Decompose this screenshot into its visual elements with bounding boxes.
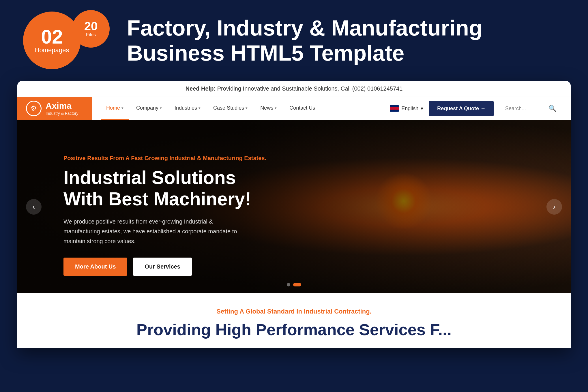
nav-case-label: Case Studies bbox=[213, 105, 244, 111]
teaser-title: Providing High Performance Services F... bbox=[63, 320, 525, 339]
badge-small-label: Files bbox=[86, 32, 96, 37]
more-about-us-button[interactable]: More About Us bbox=[63, 258, 127, 276]
logo-gear-icon: ⚙ bbox=[31, 104, 37, 112]
nav-home-chevron: ▾ bbox=[121, 106, 123, 110]
carousel-dots bbox=[287, 283, 301, 286]
nav-industries-chevron: ▾ bbox=[199, 106, 201, 110]
search-area[interactable]: 🔍 bbox=[499, 105, 562, 112]
nav-case-chevron: ▾ bbox=[246, 106, 248, 110]
promo-title-line2: Business HTML5 Template bbox=[127, 41, 404, 65]
carousel-dot-2[interactable] bbox=[293, 283, 301, 286]
language-label: English bbox=[401, 106, 418, 112]
help-label: Need Help: bbox=[186, 85, 216, 92]
carousel-next-button[interactable]: › bbox=[546, 199, 562, 215]
logo-name: Axima bbox=[46, 101, 78, 111]
nav-item-company[interactable]: Company ▾ bbox=[131, 97, 167, 120]
quote-button[interactable]: Request A Quote → bbox=[429, 101, 494, 116]
hero-description: We produce positive results from ever-gr… bbox=[63, 217, 242, 246]
badge-main-num: 02 bbox=[41, 27, 63, 46]
nav-item-industries[interactable]: Industries ▾ bbox=[169, 97, 206, 120]
search-input[interactable] bbox=[505, 106, 546, 112]
flag-icon bbox=[390, 105, 399, 112]
logo-icon: ⚙ bbox=[26, 101, 42, 116]
badge-main-label: Homepages bbox=[35, 46, 69, 54]
promo-title-line1: Factory, Industry & Manufacturing bbox=[127, 16, 482, 40]
carousel-dot-1[interactable] bbox=[287, 283, 290, 286]
nav-menu: Home ▾ Company ▾ Industries ▾ Case Studi… bbox=[92, 97, 381, 120]
logo-text: Axima Industry & Factory bbox=[46, 101, 78, 116]
nav-wrapper: ⚙ Axima Industry & Factory Home ▾ Compan… bbox=[17, 97, 571, 120]
language-selector[interactable]: English ▾ bbox=[390, 105, 423, 112]
nav-company-chevron: ▾ bbox=[160, 106, 162, 110]
hero-title: Industrial Solutions With Best Machinery… bbox=[63, 167, 266, 210]
nav-item-news[interactable]: News ▾ bbox=[255, 97, 282, 120]
logo-area[interactable]: ⚙ Axima Industry & Factory bbox=[17, 97, 92, 120]
badge-main: 02 Homepages bbox=[23, 12, 81, 69]
bottom-teaser: Setting A Global Standard In Industrial … bbox=[17, 293, 571, 348]
nav-news-label: News bbox=[260, 105, 273, 111]
help-text: Providing Innovative and Sustainable Sol… bbox=[217, 85, 403, 92]
badge-container: 02 Homepages 20 Files bbox=[23, 12, 110, 69]
nav-industries-label: Industries bbox=[175, 105, 197, 111]
teaser-eyebrow: Setting A Global Standard In Industrial … bbox=[63, 308, 525, 315]
nav-item-home[interactable]: Home ▾ bbox=[101, 97, 129, 120]
hero-section: ‹ › Positive Results From A Fast Growing… bbox=[17, 120, 571, 293]
nav-contact-label: Contact Us bbox=[289, 105, 315, 111]
hero-buttons: More About Us Our Services bbox=[63, 258, 266, 276]
promo-area: 02 Homepages 20 Files Factory, Industry … bbox=[0, 0, 588, 81]
lang-chevron: ▾ bbox=[421, 105, 423, 112]
hero-content: Positive Results From A Fast Growing Ind… bbox=[63, 155, 266, 276]
hero-title-line1: Industrial Solutions bbox=[63, 167, 236, 188]
nav-home-label: Home bbox=[106, 105, 120, 111]
quote-btn-label: Request A Quote → bbox=[437, 106, 486, 112]
search-icon[interactable]: 🔍 bbox=[548, 105, 556, 112]
nav-right: English ▾ Request A Quote → 🔍 bbox=[381, 97, 571, 120]
nav-item-contact[interactable]: Contact Us bbox=[284, 97, 320, 120]
nav-item-case-studies[interactable]: Case Studies ▾ bbox=[208, 97, 253, 120]
logo-sub: Industry & Factory bbox=[46, 111, 78, 116]
browser-window: Need Help: Providing Innovative and Sust… bbox=[17, 81, 571, 348]
nav-news-chevron: ▾ bbox=[275, 106, 277, 110]
promo-title: Factory, Industry & Manufacturing Busine… bbox=[127, 15, 482, 66]
hero-eyebrow: Positive Results From A Fast Growing Ind… bbox=[63, 155, 266, 162]
carousel-prev-button[interactable]: ‹ bbox=[26, 199, 42, 215]
nav-company-label: Company bbox=[136, 105, 158, 111]
our-services-button[interactable]: Our Services bbox=[133, 258, 192, 276]
hero-title-line2: With Best Machinery! bbox=[63, 189, 251, 209]
badge-small: 20 Files bbox=[72, 10, 110, 48]
top-bar: Need Help: Providing Innovative and Sust… bbox=[17, 81, 571, 97]
badge-small-num: 20 bbox=[84, 20, 98, 32]
